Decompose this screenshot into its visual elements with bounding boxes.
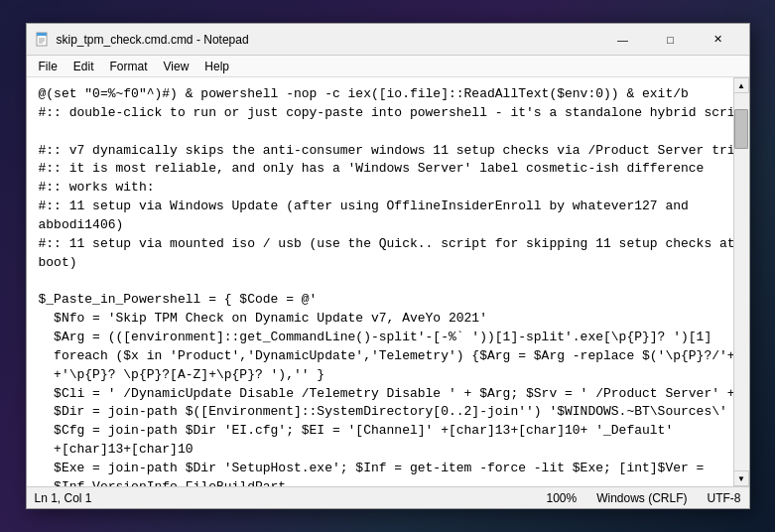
scroll-thumb[interactable] <box>734 109 748 149</box>
code-text[interactable]: @(set "0=%~f0"^)#) & powershell -nop -c … <box>27 77 733 486</box>
window-controls: — □ ✕ <box>600 24 741 56</box>
maximize-button[interactable]: □ <box>648 24 694 56</box>
vertical-scrollbar[interactable]: ▲ ▼ <box>733 77 749 486</box>
menu-edit[interactable]: Edit <box>65 58 102 75</box>
cursor-position: Ln 1, Col 1 <box>35 491 92 505</box>
notepad-window: skip_tpm_check.cmd.cmd - Notepad — □ ✕ F… <box>26 23 750 509</box>
scroll-up-arrow[interactable]: ▲ <box>733 77 749 93</box>
menu-bar: File Edit Format View Help <box>27 56 749 77</box>
status-bar: Ln 1, Col 1 100% Windows (CRLF) UTF-8 <box>27 486 749 508</box>
editor-container: @(set "0=%~f0"^)#) & powershell -nop -c … <box>27 77 749 486</box>
minimize-button[interactable]: — <box>600 24 646 56</box>
menu-format[interactable]: Format <box>102 58 156 75</box>
line-ending: Windows (CRLF) <box>596 491 687 505</box>
scroll-down-arrow[interactable]: ▼ <box>733 470 749 486</box>
menu-file[interactable]: File <box>31 58 65 75</box>
title-bar: skip_tpm_check.cmd.cmd - Notepad — □ ✕ <box>27 24 749 56</box>
window-title: skip_tpm_check.cmd.cmd - Notepad <box>57 33 600 47</box>
close-button[interactable]: ✕ <box>696 24 741 56</box>
svg-rect-1 <box>37 33 47 36</box>
editor-content[interactable]: @(set "0=%~f0"^)#) & powershell -nop -c … <box>27 77 733 486</box>
zoom-level: 100% <box>546 491 577 505</box>
app-icon <box>35 32 51 48</box>
encoding: UTF-8 <box>708 491 741 505</box>
menu-help[interactable]: Help <box>196 58 237 75</box>
menu-view[interactable]: View <box>156 58 197 75</box>
